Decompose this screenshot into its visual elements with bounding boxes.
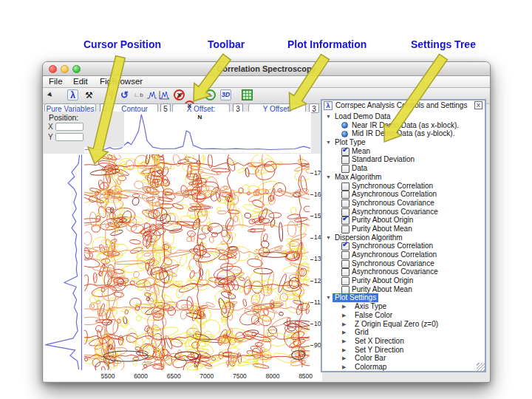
tree-item-set-x-direction[interactable]: ▶Set X Direction bbox=[322, 337, 485, 346]
tree-item-label[interactable]: Asynchronous Covariance bbox=[352, 208, 438, 216]
checkbox-icon[interactable] bbox=[341, 251, 349, 259]
tree-item-label[interactable]: Set Y Direction bbox=[355, 346, 403, 355]
triangle-right-icon[interactable]: ▶ bbox=[342, 320, 346, 329]
pointer-tool-icon[interactable]: ▶ bbox=[43, 87, 58, 103]
tree-item-standard-deviation[interactable]: Standard Deviation bbox=[322, 155, 485, 164]
tree-item-label[interactable]: Color Bar bbox=[355, 354, 386, 363]
tree-section-plot-settings[interactable]: ▼Plot Settings bbox=[322, 293, 485, 302]
triangle-down-icon[interactable]: ▼ bbox=[326, 138, 331, 147]
tree-item-asynchronous-correlation[interactable]: Asynchronous Correlation bbox=[322, 250, 485, 259]
triangle-right-icon[interactable]: ▶ bbox=[342, 337, 346, 346]
resize-grip[interactable] bbox=[477, 363, 485, 371]
radio-button-icon[interactable] bbox=[341, 122, 348, 129]
tree-section-label[interactable]: Plot Settings bbox=[332, 293, 378, 302]
triangle-right-icon[interactable]: ▶ bbox=[342, 311, 346, 320]
rotate-icon[interactable]: ↺ bbox=[119, 89, 130, 100]
tree-item-data[interactable]: Data bbox=[322, 164, 485, 173]
menu-file[interactable]: File bbox=[49, 76, 63, 87]
tree-item-mid-ir-demo-data-as-y-block[interactable]: Mid IR Demo Data (as y-block). bbox=[322, 129, 485, 138]
lambda-spectra-icon[interactable]: λ bbox=[67, 89, 78, 100]
data-table-icon[interactable] bbox=[242, 89, 253, 100]
axis-limits-icon[interactable]: ∟b bbox=[133, 89, 144, 100]
minimize-window-icon[interactable] bbox=[61, 65, 69, 73]
tree-item-label[interactable]: Purity About Mean bbox=[352, 285, 412, 294]
triangle-right-icon[interactable]: ▶ bbox=[342, 302, 346, 311]
tree-item-label[interactable]: Synchronous Covariance bbox=[352, 259, 434, 268]
tree-item-label[interactable]: Mean bbox=[352, 147, 370, 156]
checkbox-icon[interactable] bbox=[341, 260, 349, 268]
tree-item-synchronous-correlation[interactable]: Synchronous Correlation bbox=[322, 182, 485, 191]
tree-section-max-algorithm[interactable]: ▼Max Algorithm bbox=[322, 173, 485, 182]
triangle-right-icon[interactable]: ▶ bbox=[342, 328, 346, 337]
radio-button-icon[interactable] bbox=[341, 131, 348, 137]
tree-item-asynchronous-covariance[interactable]: Asynchronous Covariance bbox=[322, 267, 485, 276]
triangle-right-icon[interactable]: ▶ bbox=[342, 363, 346, 372]
checkbox-icon[interactable] bbox=[341, 191, 349, 199]
checkbox-icon[interactable] bbox=[341, 165, 349, 173]
tree-item-label[interactable]: Asynchronous Correlation bbox=[352, 250, 437, 259]
tree-item-label[interactable]: Z Origin Equal Zero (z=0) bbox=[355, 320, 438, 329]
checkbox-icon[interactable]: ✔ bbox=[341, 216, 349, 225]
tree-item-near-ir-demo-data-as-x-block[interactable]: Near IR Demo Data (as x-block). bbox=[322, 121, 485, 130]
tree-section-label[interactable]: Plot Type bbox=[335, 138, 366, 147]
tree-item-label[interactable]: Data bbox=[352, 164, 367, 173]
close-panel-button[interactable]: X bbox=[474, 101, 482, 109]
tree-item-label[interactable]: Set X Direction bbox=[355, 337, 404, 346]
view-3d-icon[interactable]: 3D bbox=[220, 89, 231, 100]
checkbox-icon[interactable] bbox=[341, 156, 349, 164]
tree-item-label[interactable]: Near IR Demo Data (as x-block). bbox=[352, 121, 459, 130]
checkbox-icon[interactable]: ✔ bbox=[341, 242, 349, 250]
tree-item-false-color[interactable]: ▶False Color bbox=[322, 311, 485, 320]
tree-item-synchronous-covariance[interactable]: Synchronous Covariance bbox=[322, 199, 485, 208]
tree-item-color-bar[interactable]: ▶Color Bar bbox=[322, 354, 485, 363]
tree-item-label[interactable]: Synchronous Covariance bbox=[352, 199, 434, 208]
tree-item-z-origin-equal-zero-z-0[interactable]: ▶Z Origin Equal Zero (z=0) bbox=[322, 320, 485, 329]
tree-item-mean[interactable]: ✔Mean bbox=[322, 147, 485, 156]
tree-item-label[interactable]: Purity About Mean bbox=[352, 225, 412, 233]
zoom-window-icon[interactable] bbox=[72, 65, 81, 73]
menu-edit[interactable]: Edit bbox=[73, 76, 88, 87]
tree-item-grid[interactable]: ▶Grid bbox=[322, 328, 485, 337]
checkbox-icon[interactable] bbox=[341, 183, 349, 191]
tree-item-label[interactable]: Synchronous Correlation bbox=[352, 182, 433, 191]
title-bar[interactable]: Correlation Spectroscopy bbox=[43, 62, 490, 76]
close-window-icon[interactable] bbox=[49, 65, 57, 73]
triangle-right-icon[interactable]: ▶ bbox=[342, 354, 346, 363]
tree-item-label[interactable]: Colormap bbox=[355, 363, 386, 372]
checkbox-icon[interactable] bbox=[341, 286, 349, 294]
triangle-down-icon[interactable]: ▼ bbox=[326, 293, 331, 302]
tree-item-label[interactable]: False Color bbox=[355, 311, 392, 320]
tree-item-label[interactable]: Mid IR Demo Data (as y-block). bbox=[352, 129, 454, 138]
tree-item-purity-about-mean[interactable]: Purity About Mean bbox=[322, 285, 485, 294]
tree-item-purity-about-origin[interactable]: ✔Purity About Origin bbox=[322, 216, 485, 225]
tree-item-axis-type[interactable]: ▶Axis Type bbox=[322, 302, 485, 311]
tree-item-set-y-direction[interactable]: ▶Set Y Direction bbox=[322, 346, 485, 355]
tools-icon[interactable]: ⚒ bbox=[83, 89, 95, 100]
reset-view-icon[interactable]: ▶ bbox=[205, 89, 216, 100]
checkbox-icon[interactable] bbox=[341, 225, 349, 233]
menu-figbrowser[interactable]: FigBrowser bbox=[100, 76, 143, 87]
pushpin-icon[interactable] bbox=[106, 89, 117, 100]
tree-item-label[interactable]: Synchronous Correlation bbox=[352, 242, 433, 250]
tree-item-label[interactable]: Purity About Origin bbox=[352, 216, 413, 225]
tree-item-asynchronous-correlation[interactable]: Asynchronous Correlation bbox=[322, 190, 485, 199]
tree-item-label[interactable]: Axis Type bbox=[355, 302, 386, 311]
tree-item-label[interactable]: Asynchronous Correlation bbox=[352, 190, 437, 199]
tree-item-purity-about-mean[interactable]: Purity About Mean bbox=[322, 225, 485, 233]
x-position-input[interactable] bbox=[55, 123, 83, 131]
triangle-down-icon[interactable]: ▼ bbox=[326, 112, 331, 121]
triangle-down-icon[interactable]: ▼ bbox=[326, 233, 331, 242]
contour-plot[interactable] bbox=[84, 154, 310, 370]
tree-item-label[interactable]: Standard Deviation bbox=[352, 155, 415, 164]
tree-section-label[interactable]: Load Demo Data bbox=[335, 112, 391, 121]
peaks-select-icon[interactable] bbox=[146, 89, 157, 100]
y-position-input[interactable] bbox=[55, 133, 83, 141]
no-x-zoom-icon[interactable]: X bbox=[174, 89, 185, 100]
tree-item-purity-about-origin[interactable]: Purity About Origin bbox=[322, 276, 485, 285]
checkbox-icon[interactable] bbox=[341, 200, 349, 208]
triangle-right-icon[interactable]: ▶ bbox=[342, 346, 346, 355]
axis-peaks-icon[interactable] bbox=[159, 89, 170, 100]
tree-item-label[interactable]: Grid bbox=[355, 328, 369, 337]
triangle-down-icon[interactable]: ▼ bbox=[326, 173, 331, 182]
tree-item-label[interactable]: Asynchronous Covariance bbox=[352, 267, 438, 276]
